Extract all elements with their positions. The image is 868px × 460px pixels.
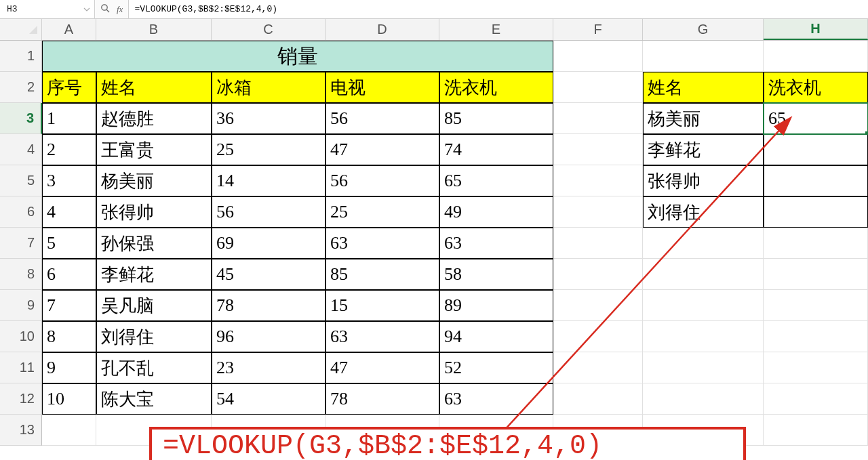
search-icon[interactable] [100, 3, 110, 16]
cell-F1[interactable] [553, 41, 643, 72]
cell-F4[interactable] [553, 134, 643, 165]
cell-C7[interactable]: 69 [212, 228, 326, 259]
cell-A8[interactable]: 6 [42, 259, 96, 290]
row-header-12[interactable]: 12 [0, 383, 42, 415]
cell-E8[interactable]: 58 [439, 259, 553, 290]
cell-B6[interactable]: 张得帅 [96, 196, 212, 228]
cell-H7[interactable] [764, 228, 868, 259]
cell-B11[interactable]: 孔不乱 [96, 352, 212, 383]
cell-C6[interactable]: 56 [212, 196, 326, 228]
row-header-8[interactable]: 8 [0, 259, 42, 290]
cell-F10[interactable] [553, 321, 643, 352]
row-header-7[interactable]: 7 [0, 228, 42, 259]
cell-A7[interactable]: 5 [42, 228, 96, 259]
cell-C12[interactable]: 54 [212, 383, 326, 415]
cell-E4[interactable]: 74 [439, 134, 553, 165]
cell-H4[interactable] [764, 134, 868, 165]
cell-A9[interactable]: 7 [42, 290, 96, 321]
cell-B3[interactable]: 赵德胜 [96, 103, 212, 134]
cell-E9[interactable]: 89 [439, 290, 553, 321]
hdr-wash[interactable]: 洗衣机 [439, 72, 553, 103]
row-header-3[interactable]: 3 [0, 103, 42, 134]
cell-H9[interactable] [764, 290, 868, 321]
col-header-A[interactable]: A [42, 19, 96, 40]
cell-G11[interactable] [643, 352, 764, 383]
row-header-4[interactable]: 4 [0, 134, 42, 165]
row-header-9[interactable]: 9 [0, 290, 42, 321]
col-header-E[interactable]: E [439, 19, 553, 40]
col-header-B[interactable]: B [96, 19, 212, 40]
hdr-fridge[interactable]: 冰箱 [212, 72, 326, 103]
cell-G3[interactable]: 杨美丽 [643, 103, 764, 134]
cell-E6[interactable]: 49 [439, 196, 553, 228]
row-header-11[interactable]: 11 [0, 352, 42, 383]
cell-C9[interactable]: 78 [212, 290, 326, 321]
cell-G10[interactable] [643, 321, 764, 352]
row-header-6[interactable]: 6 [0, 196, 42, 228]
fx-icon[interactable]: fx [117, 4, 123, 15]
cell-G1[interactable] [643, 41, 764, 72]
cell-D10[interactable]: 63 [326, 321, 439, 352]
cell-A10[interactable]: 8 [42, 321, 96, 352]
lookup-hdr-wash[interactable]: 洗衣机 [764, 72, 868, 103]
cell-A4[interactable]: 2 [42, 134, 96, 165]
cell-A11[interactable]: 9 [42, 352, 96, 383]
cell-A13[interactable] [42, 415, 96, 446]
cell-A6[interactable]: 4 [42, 196, 96, 228]
col-header-H[interactable]: H [764, 19, 868, 40]
cell-F8[interactable] [553, 259, 643, 290]
col-header-D[interactable]: D [326, 19, 439, 40]
cell-D7[interactable]: 63 [326, 228, 439, 259]
cell-B7[interactable]: 孙保强 [96, 228, 212, 259]
col-header-G[interactable]: G [643, 19, 764, 40]
cell-D3[interactable]: 56 [326, 103, 439, 134]
row-header-10[interactable]: 10 [0, 321, 42, 352]
cell-area[interactable]: 销量 序号 姓名 冰箱 电视 洗衣机 姓名 洗衣机 1 赵德胜 36 56 85… [42, 41, 868, 446]
cell-E5[interactable]: 65 [439, 165, 553, 196]
name-box[interactable]: H3 [0, 0, 95, 18]
hdr-tv[interactable]: 电视 [326, 72, 439, 103]
select-all-corner[interactable] [0, 19, 42, 40]
hdr-seq[interactable]: 序号 [42, 72, 96, 103]
cell-F12[interactable] [553, 383, 643, 415]
cell-F6[interactable] [553, 196, 643, 228]
cell-E11[interactable]: 52 [439, 352, 553, 383]
cell-H12[interactable] [764, 383, 868, 415]
cell-B9[interactable]: 吴凡脑 [96, 290, 212, 321]
col-header-C[interactable]: C [212, 19, 326, 40]
cell-C11[interactable]: 23 [212, 352, 326, 383]
cell-D6[interactable]: 25 [326, 196, 439, 228]
cell-F7[interactable] [553, 228, 643, 259]
cell-C5[interactable]: 14 [212, 165, 326, 196]
cell-G8[interactable] [643, 259, 764, 290]
row-header-2[interactable]: 2 [0, 72, 42, 103]
cell-D8[interactable]: 85 [326, 259, 439, 290]
cell-F2[interactable] [553, 72, 643, 103]
cell-B8[interactable]: 李鲜花 [96, 259, 212, 290]
cell-H13[interactable] [764, 415, 868, 446]
cell-A5[interactable]: 3 [42, 165, 96, 196]
cell-G9[interactable] [643, 290, 764, 321]
cell-A3[interactable]: 1 [42, 103, 96, 134]
cell-H5[interactable] [764, 165, 868, 196]
cell-H6[interactable] [764, 196, 868, 228]
cell-H10[interactable] [764, 321, 868, 352]
cell-C4[interactable]: 25 [212, 134, 326, 165]
cell-F11[interactable] [553, 352, 643, 383]
cell-E10[interactable]: 94 [439, 321, 553, 352]
cell-B12[interactable]: 陈大宝 [96, 383, 212, 415]
formula-input[interactable] [129, 0, 868, 18]
cell-E7[interactable]: 63 [439, 228, 553, 259]
cell-D12[interactable]: 78 [326, 383, 439, 415]
cell-D4[interactable]: 47 [326, 134, 439, 165]
cell-B10[interactable]: 刘得住 [96, 321, 212, 352]
cell-C8[interactable]: 45 [212, 259, 326, 290]
row-header-1[interactable]: 1 [0, 41, 42, 72]
cell-F9[interactable] [553, 290, 643, 321]
col-header-F[interactable]: F [553, 19, 643, 40]
cell-H1[interactable] [764, 41, 868, 72]
cell-G6[interactable]: 刘得住 [643, 196, 764, 228]
cell-G5[interactable]: 张得帅 [643, 165, 764, 196]
cell-G4[interactable]: 李鲜花 [643, 134, 764, 165]
cell-D11[interactable]: 47 [326, 352, 439, 383]
